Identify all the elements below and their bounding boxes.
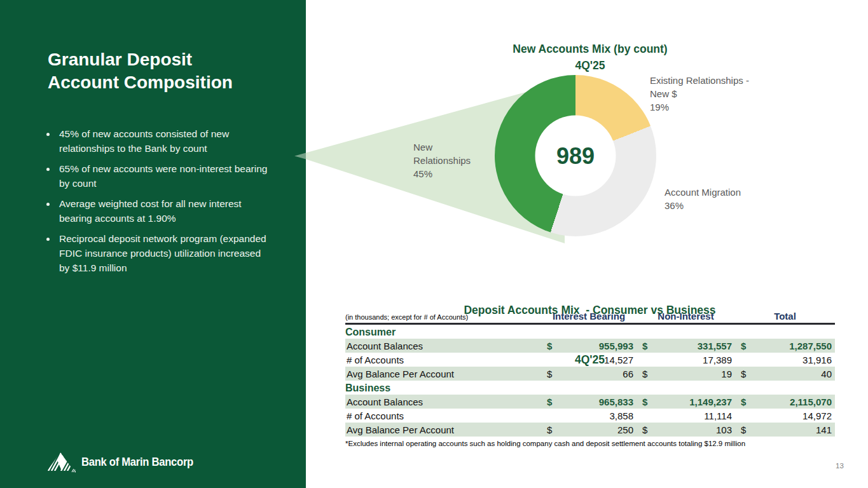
donut-title-line1: New Accounts Mix (by count) — [445, 41, 735, 57]
donut-chart-title: New Accounts Mix (by count) 4Q'25 — [445, 41, 735, 74]
donut-hole: 989 — [535, 116, 616, 196]
slide: Granular Deposit Account Composition 45%… — [0, 0, 868, 488]
donut-title-line2: 4Q'25 — [445, 57, 735, 74]
donut-chart: 989 — [495, 75, 656, 236]
slice-label-new-relationships: New Relationships 45% — [413, 140, 471, 180]
slice-label-existing-relationships: Existing Relationships - New $ 19% — [650, 74, 749, 114]
slice-label-account-migration: Account Migration 36% — [665, 186, 741, 212]
donut-center-value: 989 — [556, 142, 595, 169]
